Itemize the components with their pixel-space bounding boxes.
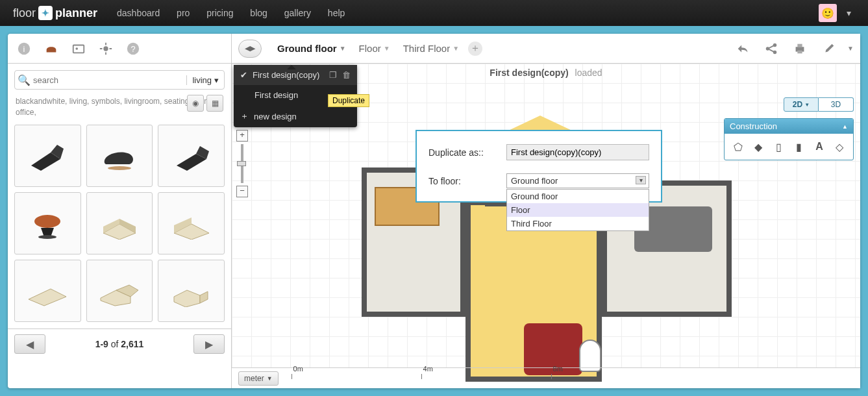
nav-pro[interactable]: pro xyxy=(177,8,190,18)
list-item[interactable] xyxy=(86,192,153,254)
list-item[interactable] xyxy=(14,192,81,254)
design-menu-item-current[interactable]: ✔ First design(copy) ❐🗑 xyxy=(234,65,357,85)
furniture-grid xyxy=(8,118,231,328)
list-item[interactable] xyxy=(158,260,225,322)
duplicate-as-label: Duplicate as:: xyxy=(428,147,500,158)
tab-label: Third Floor xyxy=(403,43,451,54)
tab-third-floor[interactable]: Third Floor▼ xyxy=(399,40,463,56)
view-3d-button[interactable]: 3D xyxy=(819,97,854,112)
design-status: loaded xyxy=(575,68,602,78)
list-item[interactable] xyxy=(86,125,153,187)
chevron-down-icon: ▼ xyxy=(453,45,459,52)
wall-tool-icon[interactable]: ⬠ xyxy=(730,139,746,155)
logo-icon: ✦ xyxy=(38,6,53,20)
tab-floor[interactable]: Floor▼ xyxy=(355,40,394,56)
nav-blog[interactable]: blog xyxy=(250,8,267,18)
zoom-control: + − xyxy=(236,130,248,197)
logo[interactable]: floor ✦ planner xyxy=(13,6,97,20)
floor-option[interactable]: Ground floor xyxy=(507,190,649,203)
photos-icon[interactable] xyxy=(69,39,88,58)
chevron-down-icon: ▼ xyxy=(340,45,346,52)
view-grid-toggle[interactable]: ▦ xyxy=(206,95,223,112)
unit-selector[interactable]: meter▼ xyxy=(238,371,279,386)
floor-option[interactable]: Floor xyxy=(507,203,649,217)
floor-select-list: Ground floor Floor Third Floor xyxy=(506,189,649,231)
chevron-down-icon[interactable]: ▼ xyxy=(847,45,854,52)
nav-dashboard[interactable]: dashboard xyxy=(117,8,160,18)
help-icon[interactable]: ? xyxy=(123,39,143,58)
list-item[interactable] xyxy=(158,192,225,254)
page-range: 1-9 xyxy=(95,339,108,349)
design-name: First design(copy) xyxy=(490,68,568,78)
logo-text-1: floor xyxy=(13,6,36,20)
check-icon: ✔ xyxy=(240,70,247,80)
construction-panel: Construction ▲ ⬠ ◆ ▯ ▮ A ◇ xyxy=(724,118,854,160)
svg-rect-2 xyxy=(73,45,84,53)
svg-text:?: ? xyxy=(130,43,135,53)
design-menu-new[interactable]: ＋ new design xyxy=(234,105,357,127)
door-tool-icon[interactable]: ▯ xyxy=(771,139,786,155)
floor-select-button[interactable]: Ground floor xyxy=(506,173,649,188)
share-icon[interactable] xyxy=(762,39,781,58)
view-2d-button[interactable]: 2D▼ xyxy=(784,97,819,112)
search-input[interactable] xyxy=(33,75,186,85)
tab-label: Floor xyxy=(359,43,381,54)
construction-header[interactable]: Construction ▲ xyxy=(725,119,853,134)
logo-text-2: planner xyxy=(55,6,97,20)
top-nav: dashboard pro pricing blog gallery help xyxy=(117,8,359,18)
tag-cloud: blackandwhite, living, symbols, livingro… xyxy=(8,96,231,118)
tab-ground-floor[interactable]: Ground floor▼ xyxy=(273,40,350,56)
window-tool-icon[interactable]: ▮ xyxy=(791,139,807,155)
unit-label: meter xyxy=(244,374,264,383)
dimension-tool-icon[interactable]: ◇ xyxy=(832,139,847,155)
floor-option[interactable]: Third Floor xyxy=(507,217,649,230)
avatar[interactable]: 🙂 xyxy=(819,4,837,22)
next-page-button[interactable]: ▶ xyxy=(193,334,225,354)
library-panel: i ? 🔍 living▾ blackandwhite, living, sym… xyxy=(8,34,232,388)
chevron-down-icon: ▼ xyxy=(267,375,273,382)
tools-icon[interactable] xyxy=(96,39,116,58)
text-tool-icon[interactable]: A xyxy=(812,139,827,155)
zoom-in-button[interactable]: + xyxy=(236,130,248,142)
zoom-out-button[interactable]: − xyxy=(236,186,248,197)
view-mode-switch: 2D▼ 3D xyxy=(784,97,854,112)
ruler-ticks: 0m 4m 8m xyxy=(285,368,860,388)
furniture-icon[interactable] xyxy=(42,39,61,58)
settings-icon[interactable] xyxy=(819,39,838,58)
print-icon[interactable] xyxy=(790,39,810,58)
list-item[interactable] xyxy=(14,260,81,322)
collapse-icon: ▲ xyxy=(842,123,848,130)
workspace: i ? 🔍 living▾ blackandwhite, living, sym… xyxy=(8,34,860,388)
zoom-handle[interactable] xyxy=(237,161,246,166)
svg-point-8 xyxy=(34,215,60,228)
list-item[interactable] xyxy=(14,125,81,187)
history-nav[interactable]: ◀▶ xyxy=(238,40,262,58)
svg-point-4 xyxy=(103,46,108,51)
nav-pricing[interactable]: pricing xyxy=(206,8,233,18)
design-label: new design xyxy=(254,112,297,121)
undo-icon[interactable] xyxy=(733,39,752,58)
search-row: 🔍 living▾ xyxy=(14,70,225,90)
user-menu-caret[interactable]: ▾ xyxy=(842,8,855,18)
view-3d-toggle[interactable]: ◉ xyxy=(187,95,204,112)
list-item[interactable] xyxy=(86,260,153,322)
chevron-down-icon: ▼ xyxy=(384,45,390,52)
nav-gallery[interactable]: gallery xyxy=(284,8,311,18)
svg-rect-15 xyxy=(797,50,802,53)
zoom-track[interactable] xyxy=(241,144,243,183)
canvas-toolbar: ◀▶ Ground floor▼ Floor▼ Third Floor▼ ＋ ▼ xyxy=(232,34,860,64)
nav-help[interactable]: help xyxy=(328,8,345,18)
search-category[interactable]: living▾ xyxy=(186,75,224,85)
list-item[interactable] xyxy=(158,125,225,187)
surface-tool-icon[interactable]: ◆ xyxy=(750,139,766,155)
duplicate-name-input[interactable] xyxy=(506,144,649,160)
svg-rect-14 xyxy=(797,43,802,47)
trash-icon[interactable]: 🗑 xyxy=(342,70,351,80)
prev-page-button[interactable]: ◀ xyxy=(14,334,45,354)
info-icon[interactable]: i xyxy=(14,39,34,58)
page-total: 2,611 xyxy=(121,339,143,349)
tick-label: 8m xyxy=(553,365,563,373)
duplicate-icon[interactable]: ❐ xyxy=(329,70,337,80)
add-floor-button[interactable]: ＋ xyxy=(468,42,482,56)
svg-text:i: i xyxy=(23,43,25,53)
